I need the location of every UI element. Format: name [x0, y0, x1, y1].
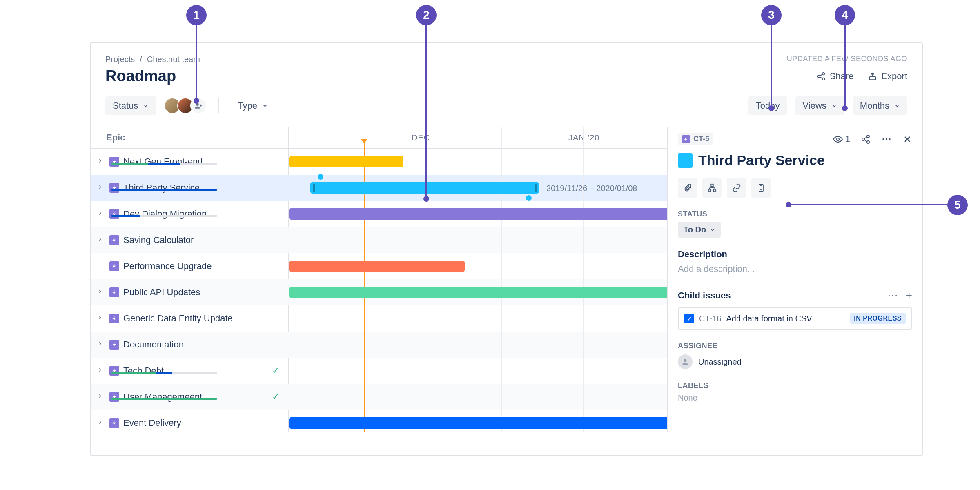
chevron-down-icon [710, 227, 715, 232]
status-filter[interactable]: Status [105, 96, 156, 115]
watchers-button[interactable]: 1 [833, 134, 850, 145]
callout-1-line [196, 25, 197, 99]
updated-text: UPDATED A FEW SECONDS AGO [787, 55, 907, 63]
progress-bar [111, 398, 217, 400]
breadcrumb-team[interactable]: Chestnut team [147, 55, 200, 64]
timeline-bar[interactable] [289, 156, 403, 167]
issue-detail-panel: CT-5 1 Third Party Service [667, 127, 922, 432]
epic-title: Performance Upgrade [123, 261, 212, 272]
svg-point-15 [882, 138, 884, 140]
child-issue-row[interactable]: ✓ CT-16 Add data format in CSV IN PROGRE… [678, 307, 912, 330]
timeline-bar[interactable] [289, 417, 669, 429]
close-icon[interactable] [902, 134, 912, 144]
chevron-down-icon [831, 103, 837, 109]
issue-key-badge[interactable]: CT-5 [678, 133, 713, 145]
breadcrumb: Projects / Chestnut team [105, 55, 200, 64]
export-button[interactable]: Export [868, 71, 907, 82]
expand-chevron-icon[interactable] [97, 419, 105, 427]
epic-icon [109, 340, 119, 350]
description-placeholder[interactable]: Add a description... [678, 264, 912, 274]
assignee-value[interactable]: Unassigned [698, 357, 742, 367]
status-dropdown[interactable]: To Do [678, 222, 721, 238]
callout-4: 4 [835, 5, 855, 25]
done-check-icon: ✓ [272, 365, 279, 376]
link-icon [732, 183, 741, 192]
export-icon [868, 72, 877, 81]
epic-icon [109, 235, 119, 245]
labels-value[interactable]: None [678, 393, 912, 403]
epic-column-header: Epic [91, 127, 288, 149]
timeline-bar[interactable] [310, 182, 539, 194]
progress-bar [111, 215, 217, 217]
export-label: Export [881, 71, 907, 82]
breadcrumb-projects[interactable]: Projects [105, 55, 135, 64]
timeline-bar[interactable] [289, 261, 465, 272]
child-add-icon[interactable]: + [906, 289, 912, 302]
expand-chevron-icon[interactable] [97, 289, 105, 296]
expand-chevron-icon[interactable] [97, 341, 105, 348]
epic-icon [109, 418, 119, 428]
child-more-icon[interactable]: ⋯ [887, 289, 898, 302]
add-child-button[interactable] [702, 178, 722, 198]
expand-chevron-icon[interactable] [97, 158, 105, 165]
month-dec: DEC [412, 133, 430, 143]
child-issue-status: IN PROGRESS [850, 313, 906, 324]
svg-line-3 [820, 74, 822, 76]
assignee-avatar[interactable] [678, 354, 693, 369]
svg-point-10 [867, 135, 869, 138]
assignee-filter-avatars[interactable] [164, 98, 207, 114]
share-button[interactable]: Share [817, 71, 854, 82]
expand-chevron-icon[interactable] [97, 236, 105, 244]
epic-title: Public API Updates [123, 287, 200, 298]
link-button[interactable] [727, 178, 746, 198]
svg-point-17 [889, 138, 890, 140]
callout-4-dot [842, 105, 848, 111]
svg-point-9 [837, 138, 839, 140]
more-icon[interactable] [881, 134, 892, 145]
timeline-bar[interactable] [289, 287, 669, 298]
breadcrumb-separator: / [140, 55, 142, 64]
status-value: To Do [684, 225, 706, 234]
svg-point-12 [867, 141, 869, 143]
progress-bar [111, 189, 217, 191]
expand-chevron-icon[interactable] [97, 393, 105, 401]
assignee-section-label: ASSIGNEE [678, 342, 912, 350]
expand-chevron-icon[interactable] [97, 315, 105, 322]
issue-title[interactable]: Third Party Service [698, 152, 825, 168]
epic-icon [109, 392, 119, 402]
epic-color-swatch[interactable] [678, 153, 693, 168]
callout-1-dot [194, 98, 199, 104]
grid-line [330, 127, 330, 432]
type-filter[interactable]: Type [230, 96, 275, 115]
callout-3-dot [768, 105, 774, 111]
expand-chevron-icon[interactable] [97, 184, 105, 192]
views-dropdown[interactable]: Views [795, 96, 844, 115]
today-button[interactable]: Today [748, 96, 787, 115]
callout-5: 5 [947, 195, 968, 215]
dependency-dot[interactable] [526, 195, 532, 201]
svg-point-16 [886, 138, 887, 140]
share-icon[interactable] [861, 134, 871, 144]
chevron-down-icon [894, 103, 900, 109]
svg-line-13 [864, 137, 867, 138]
dependency-dot[interactable] [318, 174, 323, 180]
grid-line [501, 127, 502, 432]
expand-chevron-icon[interactable] [97, 367, 105, 374]
epic-title: Event Delivery [123, 418, 181, 428]
status-section-label: STATUS [678, 210, 912, 218]
svg-point-11 [862, 138, 864, 140]
timeline-bar[interactable] [289, 208, 669, 220]
views-label: Views [803, 100, 826, 111]
svg-point-0 [822, 72, 824, 75]
more-actions-button[interactable] [751, 178, 771, 198]
timescale-dropdown[interactable]: Months [853, 96, 907, 115]
epic-title: Saving Calculator [123, 235, 194, 245]
svg-rect-27 [759, 185, 763, 192]
callout-5-line [790, 204, 948, 205]
svg-point-2 [822, 78, 824, 80]
expand-chevron-icon[interactable] [97, 210, 105, 218]
callout-1: 1 [186, 5, 207, 25]
grid-line [420, 127, 420, 432]
attach-button[interactable] [678, 178, 697, 198]
share-icon [817, 72, 826, 81]
